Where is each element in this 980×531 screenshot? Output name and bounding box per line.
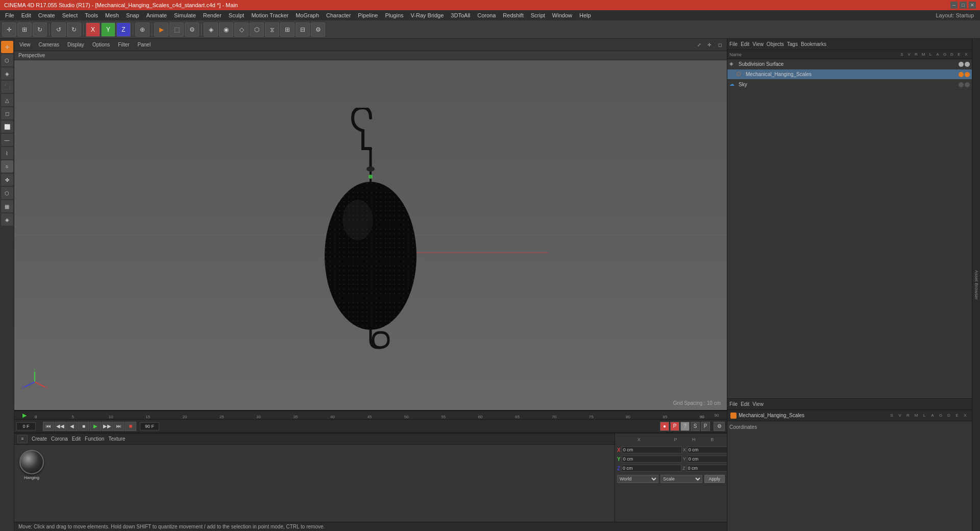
menu-script[interactable]: Script (528, 11, 548, 19)
toolbar-coord-system[interactable]: ⊕ (135, 22, 150, 37)
om-row-mechanical[interactable]: ⬡ Mechanical_Hanging_Scales (727, 69, 972, 80)
maximize-button[interactable]: □ (960, 2, 967, 9)
om-dot-render-sky[interactable] (965, 82, 970, 87)
record-rot-btn[interactable]: ? (680, 422, 690, 431)
transport-record[interactable]: ⏺ (125, 422, 136, 431)
transport-next-frame[interactable]: ▶▶ (102, 422, 113, 431)
coord-z-pos[interactable] (621, 465, 681, 472)
vp-menu-display[interactable]: Display (65, 42, 86, 47)
toolbar-redo[interactable]: ↻ (67, 22, 81, 37)
om-menu-file[interactable]: File (729, 41, 738, 47)
coord-y-rot[interactable] (687, 455, 727, 463)
om-row-sky[interactable]: ☁ Sky (727, 80, 972, 90)
viewport-canvas[interactable]: X Y Z Grid Spacing : 10 cm (14, 60, 727, 410)
toolbar-object-7[interactable]: ⊟ (296, 22, 310, 37)
transport-prev-frame[interactable]: ◀ (66, 422, 78, 431)
tool-8[interactable]: — (1, 134, 13, 146)
frame-current-field[interactable] (16, 422, 36, 430)
om-menu-view[interactable]: View (752, 41, 764, 47)
om-dot-vis[interactable] (959, 62, 964, 67)
menu-file[interactable]: File (2, 11, 17, 19)
menu-corona[interactable]: Corona (474, 11, 499, 19)
mat-menu-toggle[interactable]: ≡ (17, 435, 28, 443)
mat-menu-function[interactable]: Function (85, 436, 104, 442)
menu-edit[interactable]: Edit (18, 11, 34, 19)
toolbar-render-settings[interactable]: ⚙ (185, 22, 199, 37)
vp-icon-2[interactable]: ✛ (705, 41, 714, 49)
menu-character[interactable]: Character (323, 11, 354, 19)
vp-menu-options[interactable]: Options (90, 42, 112, 47)
toolbar-object-2[interactable]: ◉ (219, 22, 233, 37)
mat-menu-texture[interactable]: Texture (108, 436, 125, 442)
asset-browser-tab[interactable]: Asset Browser (972, 39, 980, 531)
om-row-subdivision[interactable]: ◈ Subdivision Surface (727, 59, 972, 69)
menu-animate[interactable]: Animate (143, 11, 170, 19)
tool-scale[interactable]: ⬡ (1, 54, 13, 66)
record-param-btn[interactable]: P (701, 422, 710, 431)
toolbar-mode-rotate[interactable]: ↻ (33, 22, 47, 37)
om-menu-tags[interactable]: Tags (787, 41, 798, 47)
coord-x-pos[interactable] (622, 446, 682, 453)
menu-3dtall[interactable]: 3DToAll (448, 11, 473, 19)
transport-prev-key[interactable]: ◀◀ (55, 422, 66, 431)
tool-9[interactable]: ⌇ (1, 147, 13, 159)
om-menu-edit[interactable]: Edit (741, 41, 749, 47)
world-dropdown[interactable]: World (617, 475, 658, 483)
toolbar-render-view[interactable]: ▶ (154, 22, 168, 37)
tool-5[interactable]: △ (1, 94, 13, 106)
transport-last-frame[interactable]: ⏭ (113, 422, 125, 431)
record-all-btn[interactable]: ● (660, 422, 669, 431)
menu-simulate[interactable]: Simulate (171, 11, 199, 19)
toolbar-mode-move[interactable]: ✛ (2, 22, 16, 37)
tool-11[interactable]: ⬡ (1, 187, 13, 199)
tool-s[interactable]: S (1, 160, 13, 173)
menu-mesh[interactable]: Mesh (102, 11, 122, 19)
tool-4[interactable]: ⬛ (1, 81, 13, 93)
vp-menu-cameras[interactable]: Cameras (37, 42, 62, 47)
mat-menu-edit[interactable]: Edit (72, 436, 81, 442)
tool-rotate[interactable]: ◈ (1, 67, 13, 80)
vp-menu-view[interactable]: View (17, 42, 33, 47)
coord-y-pos[interactable] (622, 455, 682, 463)
menu-plugins[interactable]: Plugins (382, 11, 406, 19)
am-menu-file[interactable]: File (729, 401, 738, 407)
om-dot-vis-2[interactable] (959, 72, 964, 77)
material-item[interactable]: Hanging (19, 450, 44, 480)
toolbar-mode-scale[interactable]: ⊞ (17, 22, 32, 37)
om-dot-render[interactable] (965, 62, 970, 67)
om-dot-render-2[interactable] (965, 72, 970, 77)
menu-tools[interactable]: Tools (82, 11, 101, 19)
timeline-settings-btn[interactable]: ⚙ (714, 422, 725, 431)
toolbar-object-6[interactable]: ⊞ (280, 22, 295, 37)
apply-button[interactable]: Apply (704, 475, 725, 483)
toolbar-render-picture[interactable]: ⬚ (169, 22, 184, 37)
transport-first-frame[interactable]: ⏮ (43, 422, 54, 431)
coord-z-rot[interactable] (687, 465, 727, 472)
toolbar-undo[interactable]: ↺ (52, 22, 66, 37)
tool-6[interactable]: ◻ (1, 107, 13, 119)
close-button[interactable]: ✕ (969, 2, 976, 9)
toolbar-z-axis[interactable]: Z (116, 22, 131, 37)
vp-menu-filter[interactable]: Filter (116, 42, 131, 47)
toolbar-object-1[interactable]: ◈ (204, 22, 218, 37)
tool-7[interactable]: ⬜ (1, 120, 13, 133)
menu-window[interactable]: Window (549, 11, 575, 19)
record-scale-btn[interactable]: S (691, 422, 700, 431)
toolbar-object-3[interactable]: ◇ (234, 22, 249, 37)
am-menu-edit[interactable]: Edit (741, 401, 749, 407)
toolbar-y-axis[interactable]: Y (101, 22, 115, 37)
toolbar-object-5[interactable]: ⧖ (265, 22, 279, 37)
scale-dropdown[interactable]: Scale (660, 475, 702, 483)
frame-end-field[interactable] (140, 422, 159, 430)
minimize-button[interactable]: ─ (950, 2, 958, 9)
vp-menu-panel[interactable]: Panel (136, 42, 153, 47)
menu-motion-tracker[interactable]: Motion Tracker (248, 11, 291, 19)
transport-play[interactable]: ▶ (90, 422, 101, 431)
menu-select[interactable]: Select (59, 11, 81, 19)
mat-menu-create[interactable]: Create (32, 436, 47, 442)
om-dot-vis-sky[interactable] (959, 82, 964, 87)
om-menu-objects[interactable]: Objects (767, 41, 784, 47)
menu-redshift[interactable]: Redshift (500, 11, 526, 19)
menu-snap[interactable]: Snap (123, 11, 142, 19)
toolbar-x-axis[interactable]: X (86, 22, 100, 37)
